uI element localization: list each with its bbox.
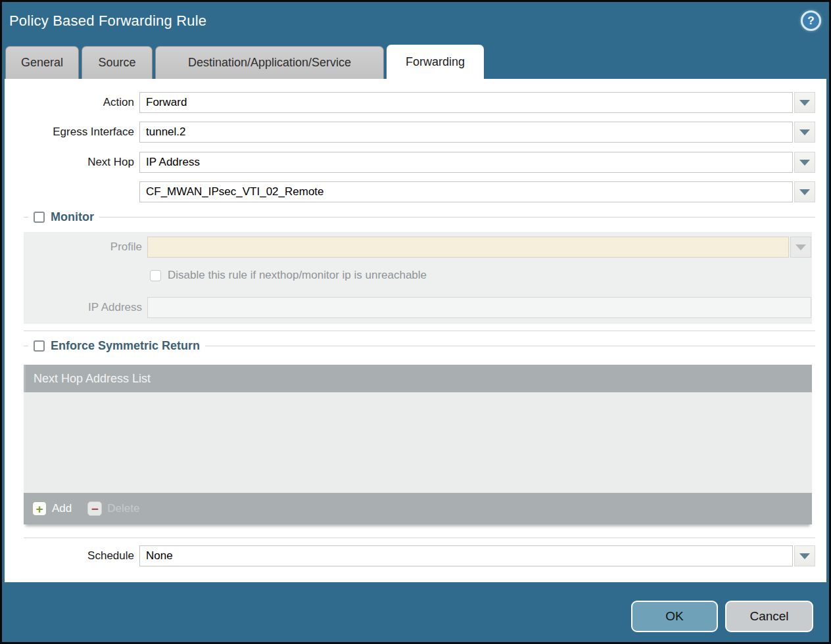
next-hop-address-row: CF_MWAN_IPsec_VTI_02_Remote xyxy=(5,181,815,202)
action-label: Action xyxy=(5,92,139,113)
chevron-down-icon xyxy=(799,100,810,106)
egress-interface-row: Egress Interface tunnel.2 xyxy=(5,122,815,143)
next-hop-address-list-table: Next Hop Address List + Add − Delete xyxy=(24,365,812,524)
chevron-down-icon xyxy=(799,553,810,559)
next-hop-address-dropdown-button[interactable] xyxy=(794,181,815,202)
egress-interface-dropdown-button[interactable] xyxy=(794,122,815,143)
delete-button-label: Delete xyxy=(107,502,139,515)
profile-dropdown-button xyxy=(790,237,811,258)
profile-select xyxy=(147,237,789,258)
egress-interface-label: Egress Interface xyxy=(5,122,139,143)
forwarding-tab-panel: Action Forward Egress Interface tunnel.2… xyxy=(5,79,826,582)
profile-row: Profile xyxy=(24,237,811,258)
tab-strip: General Source Destination/Application/S… xyxy=(5,46,826,79)
enforce-symmetric-return-checkbox[interactable] xyxy=(34,340,45,352)
cancel-button[interactable]: Cancel xyxy=(725,601,813,632)
monitor-ip-row: IP Address xyxy=(24,297,811,318)
ok-button[interactable]: OK xyxy=(631,601,718,632)
egress-interface-select[interactable]: tunnel.2 xyxy=(139,122,793,143)
section-divider xyxy=(24,538,815,538)
add-button[interactable]: + Add xyxy=(32,501,72,516)
delete-button: − Delete xyxy=(87,501,139,516)
schedule-row: Schedule None xyxy=(5,545,815,566)
chevron-down-icon xyxy=(799,189,810,195)
monitor-panel: Profile Disable this rule if nexthop/mon… xyxy=(24,232,812,324)
next-hop-address-select[interactable]: CF_MWAN_IPsec_VTI_02_Remote xyxy=(139,181,793,202)
monitor-checkbox[interactable] xyxy=(34,212,45,223)
monitor-legend-row: Monitor xyxy=(5,209,815,225)
schedule-dropdown-button[interactable] xyxy=(794,545,815,566)
disable-rule-row: Disable this rule if nexthop/monitor ip … xyxy=(150,269,427,282)
pbf-rule-dialog: Policy Based Forwarding Rule ? General S… xyxy=(2,2,829,642)
minus-icon: − xyxy=(87,501,102,516)
disable-rule-checkbox xyxy=(150,270,161,281)
tab-source[interactable]: Source xyxy=(82,46,153,79)
action-select[interactable]: Forward xyxy=(139,92,793,113)
chevron-down-icon xyxy=(799,160,810,166)
add-button-label: Add xyxy=(52,502,72,515)
monitor-ip-label: IP Address xyxy=(24,297,147,318)
fieldset-line xyxy=(24,217,815,218)
section-divider xyxy=(24,331,815,331)
chevron-down-icon xyxy=(795,244,806,250)
enforce-symmetric-return-legend: Enforce Symmetric Return xyxy=(51,339,200,353)
profile-label: Profile xyxy=(24,237,147,258)
table-header: Next Hop Address List xyxy=(24,365,812,392)
monitor-ip-input xyxy=(147,297,811,318)
next-hop-type-select[interactable]: IP Address xyxy=(139,152,793,173)
help-icon[interactable]: ? xyxy=(801,11,821,31)
schedule-label: Schedule xyxy=(5,545,139,566)
tab-forwarding[interactable]: Forwarding xyxy=(387,45,484,79)
next-hop-dropdown-button[interactable] xyxy=(794,152,815,173)
table-footer: + Add − Delete xyxy=(24,493,812,524)
monitor-legend: Monitor xyxy=(51,210,94,224)
symmetric-return-legend-row: Enforce Symmetric Return xyxy=(5,338,815,354)
next-hop-label: Next Hop xyxy=(5,152,139,173)
dialog-title: Policy Based Forwarding Rule xyxy=(9,12,206,30)
disable-rule-label: Disable this rule if nexthop/monitor ip … xyxy=(168,269,427,282)
chevron-down-icon xyxy=(799,129,810,135)
action-row: Action Forward xyxy=(5,92,815,113)
table-body-empty xyxy=(24,392,812,493)
plus-icon: + xyxy=(32,501,47,516)
action-dropdown-button[interactable] xyxy=(794,92,815,113)
next-hop-row: Next Hop IP Address xyxy=(5,152,815,173)
tab-general[interactable]: General xyxy=(5,46,79,79)
spacer xyxy=(5,181,139,202)
schedule-select[interactable]: None xyxy=(139,545,793,566)
tab-destination-application-service[interactable]: Destination/Application/Service xyxy=(155,46,384,79)
